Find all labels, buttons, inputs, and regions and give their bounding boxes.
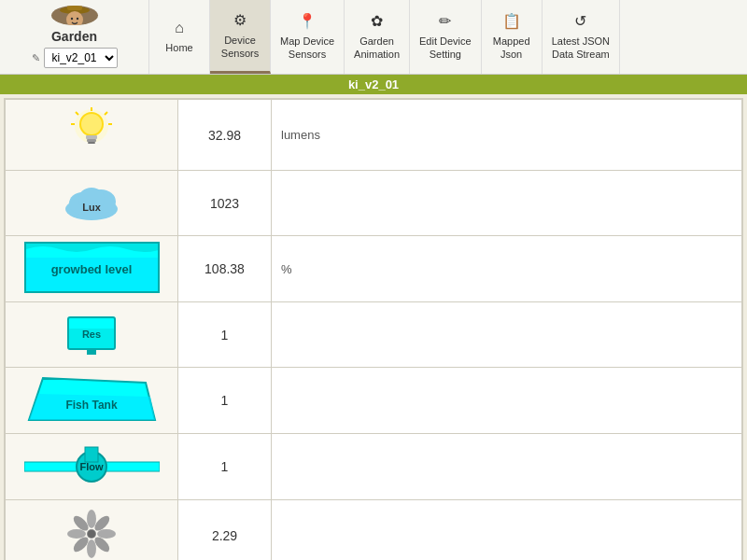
nav-item-mapped-json[interactable]: 📋 MappedJson bbox=[482, 0, 543, 74]
reservoir-icon: Res bbox=[59, 310, 124, 359]
table-row: Fish Tank 1 bbox=[6, 368, 742, 434]
sensor-unit-reservoir bbox=[272, 302, 742, 368]
sensor-value-growbed: 108.38 bbox=[178, 236, 272, 302]
nav-item-garden-animation-label: GardenAnimation bbox=[354, 35, 400, 62]
svg-text:Flow: Flow bbox=[79, 461, 103, 472]
device-bar: ki_v2_01 bbox=[0, 75, 747, 94]
svg-text:Res: Res bbox=[82, 329, 101, 340]
garden-animation-icon: ✿ bbox=[371, 12, 383, 32]
svg-point-42 bbox=[88, 530, 95, 538]
lightbulb-icon bbox=[68, 105, 115, 161]
map-device-sensors-icon: 📍 bbox=[298, 12, 317, 32]
nav-items: ⌂ Home ⚙ DeviceSensors 📍 Map DeviceSenso… bbox=[149, 0, 620, 74]
sensor-icon-cell-turbine bbox=[6, 500, 178, 561]
edit-device-setting-icon: ✏ bbox=[439, 12, 451, 32]
svg-point-3 bbox=[70, 17, 72, 19]
fish-tank-icon: Fish Tank bbox=[24, 373, 160, 427]
nav-item-edit-device-setting[interactable]: ✏ Edit DeviceSetting bbox=[410, 0, 482, 74]
table-row: Flow 1 bbox=[6, 434, 742, 500]
nav-item-home-label: Home bbox=[165, 41, 192, 54]
content-area: 32.98 lumens bbox=[0, 94, 747, 560]
sensor-value-reservoir: 1 bbox=[178, 302, 272, 368]
sensor-table-wrapper: 32.98 lumens bbox=[4, 98, 743, 560]
svg-rect-31 bbox=[85, 447, 98, 462]
nav-item-home[interactable]: ⌂ Home bbox=[149, 0, 210, 74]
device-select[interactable]: ki_v2_01 bbox=[44, 48, 118, 68]
device-bar-label: ki_v2_01 bbox=[348, 77, 399, 91]
svg-line-14 bbox=[105, 112, 107, 115]
svg-rect-10 bbox=[87, 139, 96, 142]
sensor-unit-fishtank bbox=[272, 368, 742, 434]
device-edit-icon[interactable]: ✎ bbox=[32, 52, 40, 64]
svg-text:Fish Tank: Fish Tank bbox=[65, 399, 117, 412]
avatar bbox=[51, 6, 98, 25]
device-select-row: ✎ ki_v2_01 bbox=[32, 48, 118, 68]
sensor-unit-flow bbox=[272, 434, 742, 500]
garden-title: Garden bbox=[51, 29, 97, 44]
nav-item-device-sensors-label: DeviceSensors bbox=[221, 34, 259, 61]
lux-cloud-icon: Lux bbox=[54, 183, 129, 223]
sensor-icon-cell-flow: Flow bbox=[6, 434, 178, 500]
svg-point-4 bbox=[76, 17, 78, 19]
nav-item-latest-json-label: Latest JSONData Stream bbox=[552, 35, 610, 62]
svg-text:Lux: Lux bbox=[82, 202, 101, 213]
flow-icon: Flow bbox=[24, 440, 160, 494]
sensor-icon-cell-lux: Lux bbox=[6, 171, 178, 236]
table-row: Lux 1023 bbox=[6, 171, 742, 236]
sensor-value-flow: 1 bbox=[178, 434, 272, 500]
svg-point-8 bbox=[81, 114, 102, 134]
svg-point-34 bbox=[87, 510, 96, 528]
nav-item-edit-device-setting-label: Edit DeviceSetting bbox=[419, 35, 472, 62]
svg-rect-11 bbox=[88, 142, 95, 144]
table-row: 2.29 bbox=[6, 500, 742, 561]
sensor-value-lux: 1023 bbox=[178, 171, 272, 236]
nav-item-garden-animation[interactable]: ✿ GardenAnimation bbox=[345, 0, 410, 74]
sensor-unit-growbed: % bbox=[272, 236, 742, 302]
nav-item-device-sensors[interactable]: ⚙ DeviceSensors bbox=[210, 0, 271, 74]
nav-item-mapped-json-label: MappedJson bbox=[493, 35, 530, 62]
sensor-icon-cell-growbed: growbed level bbox=[6, 236, 178, 302]
svg-point-40 bbox=[67, 529, 86, 539]
table-row: 32.98 lumens bbox=[6, 100, 742, 171]
device-sensors-icon: ⚙ bbox=[233, 11, 247, 31]
sensor-unit-turbine bbox=[272, 500, 742, 561]
svg-rect-9 bbox=[86, 135, 97, 139]
sensor-icon-cell-fishtank: Fish Tank bbox=[6, 368, 178, 434]
sensor-unit-light: lumens bbox=[272, 100, 742, 171]
header: Garden ✎ ki_v2_01 ⌂ Home ⚙ DeviceSensors… bbox=[0, 0, 747, 75]
header-left: Garden ✎ ki_v2_01 bbox=[0, 0, 149, 74]
nav-item-map-device-sensors[interactable]: 📍 Map DeviceSensors bbox=[271, 0, 345, 74]
sensor-value-turbine: 2.29 bbox=[178, 500, 272, 561]
svg-line-13 bbox=[76, 112, 78, 115]
sensor-unit-lux bbox=[272, 171, 742, 236]
sensor-icon-cell-reservoir: Res bbox=[6, 302, 178, 368]
svg-point-36 bbox=[97, 529, 116, 539]
sensor-value-light: 32.98 bbox=[178, 100, 272, 171]
svg-point-38 bbox=[87, 539, 96, 558]
sensor-table: 32.98 lumens bbox=[5, 99, 742, 560]
nav-item-map-device-sensors-label: Map DeviceSensors bbox=[280, 35, 334, 62]
nav-item-latest-json[interactable]: ↺ Latest JSONData Stream bbox=[543, 0, 620, 74]
sensor-value-fishtank: 1 bbox=[178, 368, 272, 434]
sensor-icon-cell-light bbox=[6, 100, 178, 171]
latest-json-icon: ↺ bbox=[574, 12, 586, 32]
home-icon: ⌂ bbox=[175, 19, 184, 38]
growbed-icon: growbed level bbox=[24, 242, 160, 293]
table-row: Res 1 bbox=[6, 302, 742, 368]
svg-rect-1 bbox=[67, 6, 82, 10]
svg-rect-25 bbox=[87, 349, 96, 355]
mapped-json-icon: 📋 bbox=[502, 12, 521, 32]
turbine-icon bbox=[11, 506, 172, 560]
table-row: growbed level 108.38 % bbox=[6, 236, 742, 302]
